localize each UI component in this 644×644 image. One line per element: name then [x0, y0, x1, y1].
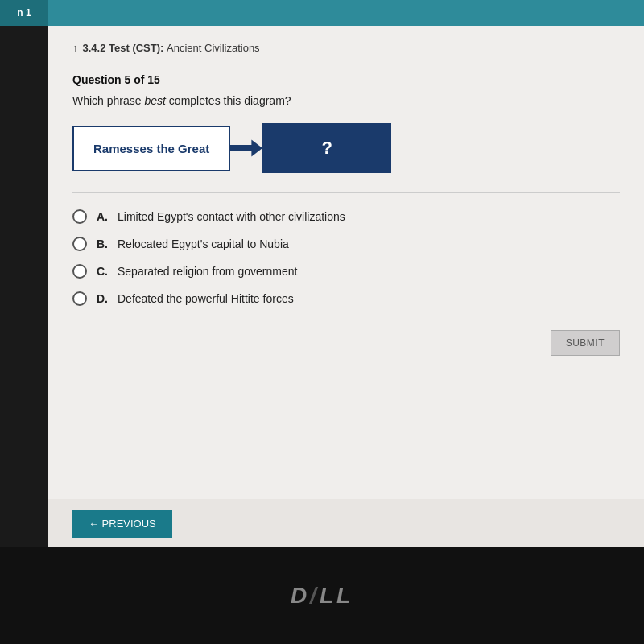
option-d[interactable]: D. Defeated the powerful Hittite forces [72, 291, 620, 306]
section-divider [72, 192, 620, 193]
main-content: ↑ 3.4.2 Test (CST): Ancient Civilization… [48, 26, 644, 547]
svg-marker-1 [252, 140, 263, 157]
top-bar: n 1 [0, 0, 644, 26]
option-a-letter: A. [97, 210, 108, 223]
submit-area: SUBMIT [72, 330, 620, 356]
radio-c[interactable] [72, 264, 87, 279]
bottom-nav: ← PREVIOUS [48, 499, 644, 547]
option-c-letter: C. [97, 265, 108, 278]
dell-area: D/LL [0, 547, 644, 644]
breadcrumb-course-name: Ancient Civilizations [167, 42, 260, 54]
tab-label: n 1 [17, 7, 31, 19]
options-list: A. Limited Egypt's contact with other ci… [72, 209, 620, 306]
option-b-letter: B. [97, 237, 108, 250]
radio-a[interactable] [72, 209, 87, 224]
option-b[interactable]: B. Relocated Egypt's capital to Nubia [72, 237, 620, 251]
radio-b[interactable] [72, 237, 87, 251]
dell-ell: LL [320, 583, 353, 608]
breadcrumb: ↑ 3.4.2 Test (CST): Ancient Civilization… [72, 42, 620, 54]
radio-d[interactable] [72, 291, 87, 306]
option-a[interactable]: A. Limited Egypt's contact with other ci… [72, 209, 620, 224]
question-text: Which phrase best completes this diagram… [72, 94, 620, 107]
diagram-arrow-icon [230, 132, 262, 164]
diagram-area: Ramesses the Great ? [72, 123, 620, 173]
question-text-after: completes this diagram? [166, 94, 291, 107]
option-d-text: Defeated the powerful Hittite forces [118, 292, 294, 305]
option-d-letter: D. [97, 292, 108, 305]
option-c[interactable]: C. Separated religion from government [72, 264, 620, 279]
dell-logo-text: D [291, 583, 310, 608]
option-b-text: Relocated Egypt's capital to Nubia [118, 237, 289, 250]
svg-rect-0 [230, 145, 253, 151]
question-text-italic: best [144, 94, 165, 107]
option-c-text: Separated religion from government [118, 265, 297, 278]
dell-logo: D/LL [291, 583, 353, 609]
tab-indicator: n 1 [0, 0, 48, 26]
submit-button[interactable]: SUBMIT [551, 330, 620, 356]
option-a-text: Limited Egypt's contact with other civil… [118, 210, 345, 223]
dell-slash: / [310, 583, 320, 608]
breadcrumb-arrow-icon: ↑ [72, 42, 78, 54]
question-text-before: Which phrase [72, 94, 144, 107]
question-number: Question 5 of 15 [72, 73, 620, 86]
breadcrumb-course-code: 3.4.2 Test (CST): [83, 42, 164, 54]
diagram-box-right: ? [262, 123, 391, 173]
previous-button[interactable]: ← PREVIOUS [72, 510, 172, 538]
diagram-box-left: Ramesses the Great [72, 126, 230, 171]
